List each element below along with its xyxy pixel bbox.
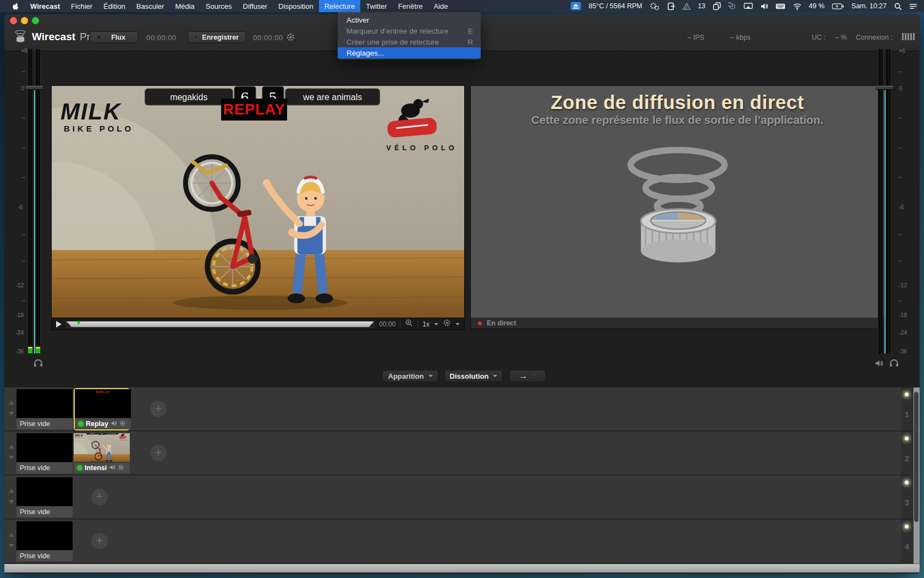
shot-replay[interactable]: REPLAY Replay	[74, 388, 130, 430]
playhead-marker[interactable]	[76, 321, 81, 325]
play-button[interactable]	[56, 321, 62, 328]
layer-down-button[interactable]	[9, 544, 14, 548]
menu-diffuser[interactable]: Diffuser	[238, 0, 273, 12]
layer-up-button[interactable]	[9, 401, 14, 405]
go-arrow-icon: →	[519, 371, 528, 381]
zoom-window-button[interactable]	[32, 17, 39, 24]
menu-item-activer[interactable]: Activer	[338, 14, 481, 25]
layer-up-button[interactable]	[9, 533, 14, 537]
stream-button[interactable]: Flux	[90, 31, 138, 43]
menu-item-creer-prise[interactable]: Créer une prise de relecture R	[338, 36, 481, 47]
menu-fenetre[interactable]: Fenêtre	[393, 0, 428, 12]
minimize-window-button[interactable]	[21, 17, 28, 24]
apple-menu[interactable]	[7, 0, 25, 12]
menu-sources[interactable]: Sources	[200, 0, 238, 12]
spotlight-search-icon[interactable]	[894, 2, 902, 10]
trim-out-handle[interactable]	[369, 321, 374, 327]
scrubber-track[interactable]	[66, 321, 375, 328]
volume-icon[interactable]	[760, 2, 768, 10]
fps-stat: – IPS	[688, 34, 705, 41]
close-window-button[interactable]	[10, 17, 17, 24]
shot-video[interactable]: Intensi	[74, 433, 130, 473]
menu-item-reglages[interactable]: Réglages...	[338, 47, 481, 58]
live-headphone-icon[interactable]	[889, 358, 899, 369]
transition-2-button[interactable]: Dissolution	[444, 370, 503, 382]
wifi-icon[interactable]	[793, 3, 802, 10]
add-shot-button[interactable]: +	[150, 401, 167, 417]
speed-dropdown-caret[interactable]	[434, 323, 438, 325]
shot-audio-icon[interactable]	[111, 420, 117, 428]
go-transition-button[interactable]: →	[509, 370, 546, 382]
temperature-status[interactable]: 85°C / 5564 RPM	[588, 2, 642, 10]
badge-count[interactable]: 13	[698, 2, 706, 10]
layer-up-button[interactable]	[9, 445, 14, 449]
gears-icon[interactable]	[650, 2, 660, 10]
playback-speed[interactable]: 1x	[422, 320, 430, 328]
battery-percent[interactable]: 49 %	[809, 2, 825, 10]
shot-gear-icon[interactable]	[118, 464, 124, 472]
export-doc-icon[interactable]	[667, 2, 675, 10]
shot-empty[interactable]: Prise vide	[16, 477, 73, 517]
transition-1-button[interactable]: Apparition	[382, 370, 438, 382]
live-speaker-icon[interactable]	[875, 359, 883, 370]
meter-channel	[35, 48, 41, 355]
menu-basculer[interactable]: Basculer	[131, 0, 170, 12]
shot-gear-icon[interactable]	[119, 420, 126, 428]
keyboard-icon[interactable]	[776, 3, 785, 9]
mountain-icon[interactable]	[683, 3, 691, 10]
menu-bar: Wirecast Fichier Édition Basculer Média …	[0, 0, 924, 12]
menu-wirecast[interactable]: Wirecast	[25, 0, 65, 12]
cpu-value: – %	[835, 34, 847, 41]
add-shot-button[interactable]: +	[91, 533, 108, 549]
menu-fichier[interactable]: Fichier	[65, 0, 98, 12]
zoom-timeline-icon[interactable]	[405, 319, 413, 329]
copy-icon[interactable]	[713, 2, 721, 10]
layer-active-dot	[905, 437, 909, 440]
audio-fader-handle[interactable]	[876, 86, 893, 90]
menu-disposition[interactable]: Disposition	[273, 0, 319, 12]
menu-media[interactable]: Média	[169, 0, 200, 12]
menu-item-marqueur[interactable]: Marqueur d’entrée de relecture E	[338, 25, 481, 36]
shot-empty[interactable]: Prise vide	[16, 433, 73, 473]
meter-level-green	[28, 347, 32, 353]
record-timer: 00:00:00	[253, 34, 283, 42]
trim-in-handle[interactable]	[67, 321, 72, 327]
shot-list-scrollbar[interactable]	[914, 388, 920, 564]
gear-dropdown-caret[interactable]	[455, 323, 460, 325]
notification-center-icon[interactable]	[909, 3, 917, 10]
spiral-icon[interactable]	[728, 2, 736, 10]
layer-active-dot	[905, 392, 909, 396]
menu-clock[interactable]: Sam. 10:27	[851, 2, 887, 10]
live-status-bar: En direct	[471, 318, 884, 329]
monitor-headphone-icon[interactable]	[33, 358, 43, 369]
shot-layer-row-2: Prise vide Intensi + 2	[4, 432, 920, 476]
airplay-icon[interactable]	[744, 3, 753, 10]
battery-icon[interactable]	[832, 3, 844, 9]
fader-line	[34, 90, 35, 353]
shot-layer-row-4: Prise vide + 4	[4, 520, 920, 564]
menu-edition[interactable]: Édition	[98, 0, 131, 12]
scrollbar-thumb[interactable]	[914, 392, 919, 522]
preview-settings-gear-icon[interactable]	[443, 319, 451, 329]
layer-down-button[interactable]	[9, 412, 14, 416]
layer-up-button[interactable]	[9, 489, 14, 493]
shot-empty[interactable]: Prise vide	[16, 389, 73, 429]
layer-down-button[interactable]	[9, 500, 14, 504]
shot-empty[interactable]: Prise vide	[16, 521, 73, 561]
fan-control-icon[interactable]	[570, 2, 581, 10]
menu-aide[interactable]: Aide	[428, 0, 453, 12]
bitrate-stat: – kbps	[730, 34, 751, 41]
layer-down-button[interactable]	[9, 456, 14, 460]
live-record-dot	[478, 321, 482, 325]
horizontal-scrollbar-track[interactable]	[4, 564, 920, 572]
add-shot-button[interactable]: +	[150, 445, 167, 461]
add-shot-button[interactable]: +	[91, 489, 108, 505]
audio-fader-handle[interactable]	[25, 86, 43, 90]
menu-relecture[interactable]: Relecture	[319, 0, 361, 12]
menu-twitter[interactable]: Twitter	[360, 0, 392, 12]
record-button[interactable]: Enregistrer	[188, 31, 246, 43]
preview-canvas[interactable]: REPLAY	[52, 86, 464, 318]
output-settings-gear-icon[interactable]	[286, 32, 295, 44]
shot-audio-icon[interactable]	[109, 464, 116, 472]
wirecast-lens-art	[609, 145, 746, 277]
